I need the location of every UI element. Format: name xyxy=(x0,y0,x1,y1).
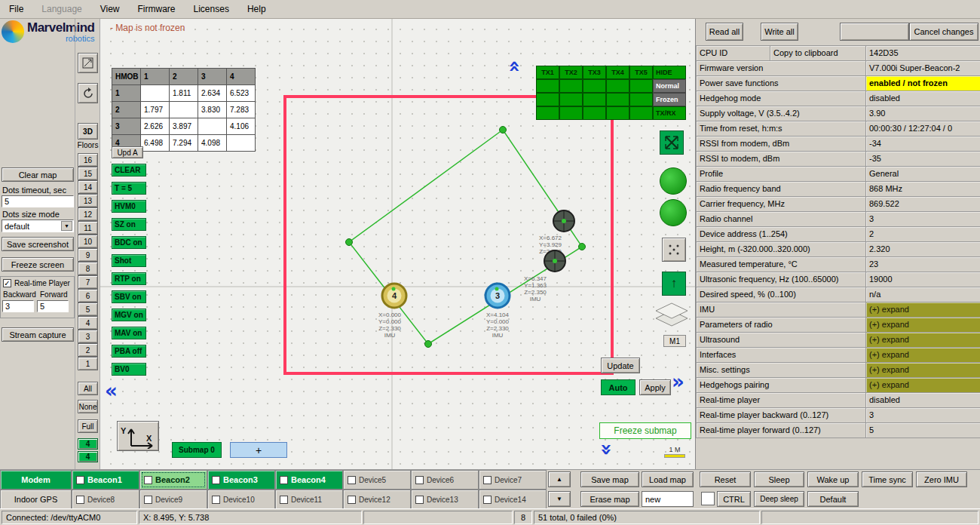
add-submap-button[interactable]: + xyxy=(230,442,287,458)
device-cell-device6[interactable]: Device6 xyxy=(411,470,479,490)
device-cell-device7[interactable]: Device7 xyxy=(479,470,547,490)
floor-button-8[interactable]: 8 xyxy=(78,262,98,275)
device-cell-device13[interactable]: Device13 xyxy=(411,490,479,509)
apply-next-chevron-icon[interactable]: » xyxy=(672,373,684,390)
tx-cell[interactable] xyxy=(536,79,559,93)
floor-button-13[interactable]: 13 xyxy=(78,194,98,207)
floors-full-button[interactable]: Full xyxy=(78,419,98,433)
tx-cell[interactable] xyxy=(559,79,583,93)
device-cell-device14[interactable]: Device14 xyxy=(479,490,547,509)
tx-txrx[interactable]: TX/RX xyxy=(653,106,686,120)
submap-vertex-handle[interactable] xyxy=(579,244,586,250)
checkbox[interactable] xyxy=(483,476,492,484)
device-cell-device9[interactable]: Device9 xyxy=(139,490,207,509)
sleep-button[interactable]: Sleep xyxy=(754,471,804,487)
beacon-2[interactable] xyxy=(544,250,565,272)
floor-button-12[interactable]: 12 xyxy=(78,207,98,221)
tx-cell[interactable]: TX5 xyxy=(629,66,653,79)
checkbox[interactable] xyxy=(280,496,288,504)
freeze-screen-button[interactable]: Freeze screen xyxy=(2,257,74,272)
floor-button-9[interactable]: 9 xyxy=(78,248,98,262)
tx-cell[interactable]: TX1 xyxy=(536,66,559,79)
tx-hide[interactable]: HIDE xyxy=(653,66,686,79)
device-scroll-up-button[interactable]: ▲ xyxy=(548,471,571,487)
map-button-t-5[interactable]: T = 5 xyxy=(112,182,146,195)
fit-zoom-button[interactable] xyxy=(660,130,684,155)
save-screenshot-button[interactable]: Save screenshot xyxy=(2,237,74,251)
zoom-in-button[interactable] xyxy=(660,167,687,195)
menu-firmware[interactable]: Firmware xyxy=(129,4,185,14)
tx-cell[interactable] xyxy=(629,93,653,106)
checkbox[interactable] xyxy=(415,496,424,504)
floor-button-10[interactable]: 10 xyxy=(78,235,98,248)
apply-button[interactable]: Apply xyxy=(639,379,671,395)
menu-file[interactable]: File xyxy=(0,4,32,14)
pan-up-chevron-icon[interactable]: » xyxy=(507,58,520,75)
floors-none-button[interactable]: None xyxy=(78,400,98,413)
param-expand-button[interactable]: (+) expand xyxy=(866,333,980,348)
zoom-out-button[interactable] xyxy=(660,199,687,226)
floor-button-5[interactable]: 5 xyxy=(78,302,98,316)
tx-cell[interactable]: TX2 xyxy=(559,66,583,79)
checkbox[interactable] xyxy=(348,476,356,484)
floors-all-button[interactable]: All xyxy=(78,382,98,395)
cancel-changes-button[interactable]: Cancel changes xyxy=(909,23,978,41)
submap-vertex-handle[interactable] xyxy=(346,239,353,246)
ctrl-checkbox[interactable] xyxy=(701,492,715,505)
read-all-button[interactable]: Read all xyxy=(706,23,743,41)
checkbox[interactable] xyxy=(144,476,152,484)
floor-button-7[interactable]: 7 xyxy=(78,275,98,289)
param-expand-button[interactable]: (+) expand xyxy=(866,318,980,333)
map-button-rtp-on[interactable]: RTP on xyxy=(112,272,146,285)
device-cell-modem[interactable]: Modem xyxy=(0,470,72,490)
map-button-pba-off[interactable]: PBA off xyxy=(112,345,146,358)
submap-0-button[interactable]: Submap 0 xyxy=(172,442,222,458)
param-expand-button[interactable]: (+) expand xyxy=(866,348,980,363)
3d-view-button[interactable]: 3D xyxy=(78,123,98,140)
map-button-sz-on[interactable]: SZ on xyxy=(112,218,146,231)
device-cell-beacon3[interactable]: Beacon3 xyxy=(207,470,275,490)
default-button[interactable]: Default xyxy=(807,491,859,507)
deep-sleep-button[interactable]: Deep sleep xyxy=(754,491,804,507)
erase-map-button[interactable]: Erase map xyxy=(580,491,639,507)
backward-input[interactable]: 3 xyxy=(2,300,34,312)
tx-normal[interactable]: Normal xyxy=(653,79,686,93)
chevron-down-icon[interactable]: ▼ xyxy=(61,221,72,231)
auto-button[interactable]: Auto xyxy=(601,379,635,395)
tx-cell[interactable]: TX3 xyxy=(583,66,606,79)
tx-cell[interactable] xyxy=(536,106,559,120)
device-cell-device5[interactable]: Device5 xyxy=(343,470,411,490)
tx-cell[interactable] xyxy=(629,79,653,93)
unnamed-button[interactable] xyxy=(840,23,909,41)
checkbox[interactable] xyxy=(212,496,220,504)
floor-button-16[interactable]: 16 xyxy=(78,153,98,167)
tx-cell[interactable] xyxy=(629,106,653,120)
floor-button-6[interactable]: 6 xyxy=(78,289,98,302)
rotate-view-button[interactable] xyxy=(78,83,98,103)
param-expand-button[interactable]: (+) expand xyxy=(866,378,980,393)
floor-green-button-2[interactable]: 4 xyxy=(78,451,98,462)
dots-size-select[interactable]: default ▼ xyxy=(2,220,74,232)
selection-rectangle[interactable] xyxy=(285,97,612,373)
device-cell-device12[interactable]: Device12 xyxy=(343,490,411,509)
checkbox[interactable] xyxy=(483,496,492,504)
checkbox[interactable] xyxy=(76,476,84,484)
move-up-button[interactable]: ↑ xyxy=(662,272,686,296)
time-sync-button[interactable]: Time sync xyxy=(862,471,913,487)
param-expand-button[interactable]: (+) expand xyxy=(866,302,980,318)
reset-button[interactable]: Reset xyxy=(700,471,751,487)
copy-to-clipboard-button[interactable]: Copy to clipboard xyxy=(770,46,866,61)
tx-frozen[interactable]: Frozen xyxy=(653,93,686,106)
tx-cell[interactable] xyxy=(606,93,629,106)
stream-capture-button[interactable]: Stream capture xyxy=(2,327,74,342)
checkbox[interactable] xyxy=(212,476,220,484)
device-cell-device11[interactable]: Device11 xyxy=(275,490,343,509)
submap-vertex-handle[interactable] xyxy=(425,341,432,348)
floor-button-4[interactable]: 4 xyxy=(78,316,98,330)
map-button-hvm0[interactable]: HVM0 xyxy=(112,200,146,213)
menu-licenses[interactable]: Licenses xyxy=(185,4,238,14)
update-button[interactable]: Update xyxy=(601,358,640,373)
device-cell-beacon4[interactable]: Beacon4 xyxy=(275,470,343,490)
load-map-button[interactable]: Load map xyxy=(642,471,694,487)
device-scroll-down-button[interactable]: ▼ xyxy=(548,491,571,507)
